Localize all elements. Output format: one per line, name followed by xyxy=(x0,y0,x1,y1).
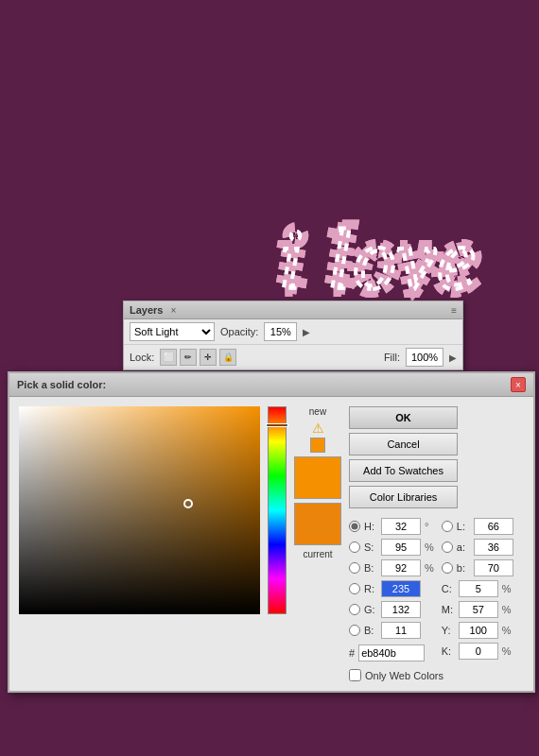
bri-unit: % xyxy=(425,562,434,574)
gradient-overlay xyxy=(19,406,260,614)
web-colors-checkbox[interactable] xyxy=(349,669,361,681)
a-radio[interactable] xyxy=(442,541,453,553)
y-unit: % xyxy=(502,625,512,636)
ok-button[interactable]: OK xyxy=(349,406,458,429)
opacity-label: Opacity: xyxy=(220,326,258,337)
new-swatch-label: new xyxy=(309,406,326,417)
c-label: C: xyxy=(442,583,455,594)
green-input-row: G: xyxy=(349,601,434,618)
l-radio[interactable] xyxy=(442,521,453,532)
hue-slider[interactable] xyxy=(268,406,287,614)
opacity-arrow-icon[interactable]: ▶ xyxy=(303,327,310,337)
layers-toolbar-row1: Soft Light Opacity: ▶ xyxy=(124,319,462,345)
y-value-input[interactable] xyxy=(459,622,498,639)
m-label: M: xyxy=(442,604,455,615)
color-controls-right: OK Cancel Add To Swatches Color Librarie… xyxy=(349,406,524,681)
b-lab-label: b: xyxy=(457,562,470,574)
saturation-input-row: S: % xyxy=(349,539,434,556)
green-value-input[interactable] xyxy=(381,601,421,618)
k-unit: % xyxy=(502,645,512,657)
color-dialog-titlebar: Pick a solid color: × xyxy=(9,373,533,397)
c-value-input[interactable] xyxy=(459,580,498,597)
fill-input[interactable] xyxy=(406,348,443,367)
blue-radio[interactable] xyxy=(349,625,360,636)
web-colors-row: Only Web Colors xyxy=(349,669,524,681)
lock-label: Lock: xyxy=(130,352,154,363)
color-inputs-section: H: ° S: % B: xyxy=(349,518,524,662)
warning-icon: ⚠ xyxy=(312,421,324,436)
hue-value-input[interactable] xyxy=(381,518,421,535)
color-gradient-picker[interactable] xyxy=(19,406,260,614)
b-lab-radio[interactable] xyxy=(442,562,453,574)
l-value-input[interactable] xyxy=(474,518,513,535)
dialog-close-button[interactable]: × xyxy=(511,377,526,392)
lock-icons-group: ⬜ ✏ ✛ 🔒 xyxy=(160,349,236,366)
color-inputs-left: H: ° S: % B: xyxy=(349,518,434,662)
color-libraries-button[interactable]: Color Libraries xyxy=(349,486,458,508)
layers-toolbar-row2: Lock: ⬜ ✏ ✛ 🔒 Fill: ▶ xyxy=(124,345,462,369)
lock-move-icon[interactable]: ✛ xyxy=(200,349,217,366)
svg-text:i love: i love xyxy=(279,213,477,306)
lock-transparency-icon[interactable]: ⬜ xyxy=(160,349,177,366)
current-swatch-label: current xyxy=(303,549,332,559)
c-input-row: C: % xyxy=(442,580,513,597)
hue-label: H: xyxy=(364,521,377,532)
layers-menu-icon[interactable]: ≡ xyxy=(451,305,457,316)
red-label: R: xyxy=(364,583,377,594)
green-radio[interactable] xyxy=(349,604,360,615)
hue-input-row: H: ° xyxy=(349,518,434,535)
warning-color-box[interactable] xyxy=(310,438,325,453)
fill-arrow-icon[interactable]: ▶ xyxy=(449,352,457,363)
hue-radio[interactable] xyxy=(349,521,360,532)
blue-input-row: B: xyxy=(349,622,434,639)
y-input-row: Y: % xyxy=(442,622,513,639)
blue-value-input[interactable] xyxy=(381,622,421,639)
blend-mode-select[interactable]: Soft Light xyxy=(130,322,215,341)
red-input-row: R: xyxy=(349,580,434,597)
m-input-row: M: % xyxy=(442,601,513,618)
red-value-input[interactable] xyxy=(381,580,421,597)
blue-label: B: xyxy=(364,625,377,636)
hue-unit: ° xyxy=(425,521,428,532)
l-label: L: xyxy=(457,521,470,532)
sat-radio[interactable] xyxy=(349,541,360,553)
add-to-swatches-button[interactable]: Add To Swatches xyxy=(349,459,458,482)
hex-input-row: # xyxy=(349,644,434,662)
lock-brush-icon[interactable]: ✏ xyxy=(180,349,197,366)
hex-value-input[interactable] xyxy=(358,644,425,662)
color-swatch-area: new ⚠ current xyxy=(294,406,341,681)
red-radio[interactable] xyxy=(349,583,360,594)
color-dialog-title: Pick a solid color: xyxy=(17,379,106,390)
color-dialog-body: new ⚠ current OK Cancel Add To Swatches … xyxy=(9,397,533,691)
layers-close-icon[interactable]: × xyxy=(170,305,176,316)
b-lab-value-input[interactable] xyxy=(474,559,513,576)
opacity-input[interactable] xyxy=(264,322,297,341)
a-value-input[interactable] xyxy=(474,539,513,556)
b-lab-input-row: b: xyxy=(442,559,513,576)
green-label: G: xyxy=(364,604,377,615)
swatch-warning-row: ⚠ xyxy=(310,421,325,453)
layers-panel: Layers × ≡ Soft Light Opacity: ▶ Lock: ⬜… xyxy=(123,301,463,370)
hash-label: # xyxy=(349,647,355,659)
k-value-input[interactable] xyxy=(459,643,498,660)
m-value-input[interactable] xyxy=(459,601,498,618)
sat-label: S: xyxy=(364,541,377,553)
sat-value-input[interactable] xyxy=(381,539,421,556)
y-label: Y: xyxy=(442,625,455,636)
cancel-button[interactable]: Cancel xyxy=(349,433,458,455)
color-inputs-right: L: a: b: xyxy=(442,518,513,662)
k-input-row: K: % xyxy=(442,643,513,660)
new-color-swatch[interactable] xyxy=(294,456,341,499)
action-buttons-group: OK Cancel Add To Swatches Color Librarie… xyxy=(349,406,524,508)
lock-all-icon[interactable]: 🔒 xyxy=(219,349,236,366)
bri-radio[interactable] xyxy=(349,562,360,574)
web-colors-label: Only Web Colors xyxy=(365,670,443,681)
hue-cursor xyxy=(266,423,288,427)
sat-unit: % xyxy=(425,541,434,553)
layers-titlebar: Layers × ≡ xyxy=(124,301,462,319)
a-input-row: a: xyxy=(442,539,513,556)
layers-title: Layers xyxy=(130,304,163,316)
bri-value-input[interactable] xyxy=(381,559,421,576)
m-unit: % xyxy=(502,604,512,615)
current-color-swatch[interactable] xyxy=(294,503,341,545)
